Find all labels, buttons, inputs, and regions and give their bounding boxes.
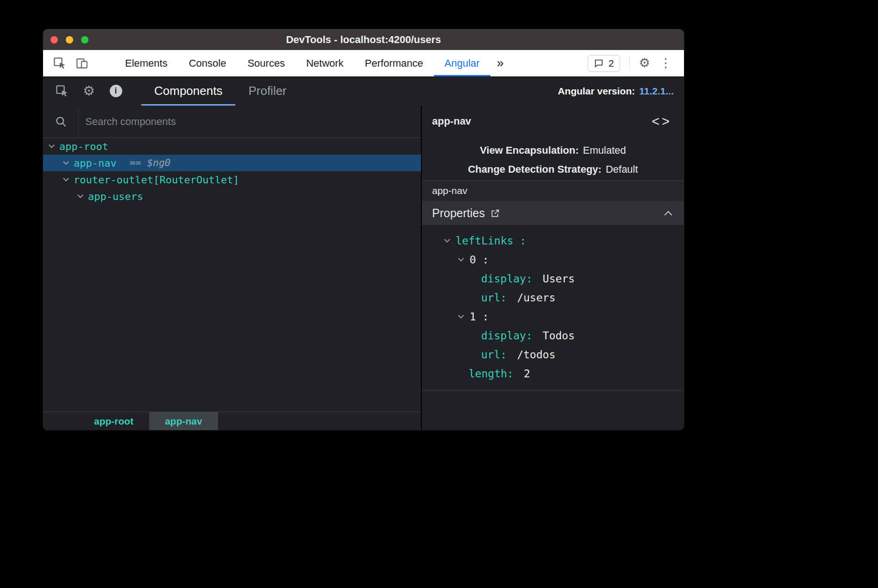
kebab-menu-icon[interactable]: ⋮ <box>659 57 672 69</box>
property-value: Users <box>543 273 575 285</box>
component-tree-panel: app-root app-nav == $ng0 router-outlet[R… <box>43 106 422 430</box>
breadcrumb-item-app-nav[interactable]: app-nav <box>149 412 218 430</box>
search-icon-cell <box>43 106 79 138</box>
info-icon: i <box>110 85 122 97</box>
traffic-lights <box>50 29 88 50</box>
view-encapsulation-line: View Encapsulation:Emulated <box>422 144 684 157</box>
property-value: 2 <box>524 368 530 380</box>
property-row-display-users[interactable]: display: Users <box>422 269 684 288</box>
issues-count: 2 <box>608 58 614 69</box>
change-detection-value: Default <box>606 163 638 175</box>
angular-info-button[interactable]: i <box>102 76 129 106</box>
chevron-down-icon[interactable] <box>444 237 450 243</box>
device-toolbar-button[interactable] <box>71 50 93 76</box>
property-row-leftLinks[interactable]: leftLinks : <box>422 231 684 250</box>
zoom-button[interactable] <box>81 36 88 44</box>
tree-row-router-outlet[interactable]: router-outlet[RouterOutlet] <box>43 171 421 188</box>
tab-console[interactable]: Console <box>178 50 237 76</box>
property-key: url: <box>481 349 507 361</box>
more-tabs-button[interactable]: » <box>490 50 510 76</box>
component-name: app-nav <box>74 157 117 169</box>
property-value: Todos <box>543 330 575 342</box>
tab-components[interactable]: Components <box>141 76 235 106</box>
property-key: 0 : <box>470 254 489 266</box>
tab-network[interactable]: Network <box>295 50 354 76</box>
angular-tabs: Components Profiler <box>141 76 300 106</box>
device-toolbar-icon <box>75 57 88 70</box>
tab-performance[interactable]: Performance <box>354 50 434 76</box>
screen-background: DevTools - localhost:4200/users Elements… <box>0 0 878 588</box>
property-value: /users <box>517 292 555 304</box>
chevron-down-icon[interactable] <box>77 192 83 198</box>
tree-row-app-users[interactable]: app-users <box>43 188 421 205</box>
view-source-icon[interactable]: <> <box>652 115 672 128</box>
breadcrumb-item-app-root[interactable]: app-root <box>78 412 149 430</box>
external-link-icon <box>490 208 500 218</box>
property-row-url-users[interactable]: url: /users <box>422 288 684 307</box>
chevron-down-icon[interactable] <box>63 175 69 181</box>
chevron-down-icon[interactable] <box>458 256 464 262</box>
view-encapsulation-value: Emulated <box>583 144 626 156</box>
property-row-1[interactable]: 1 : <box>422 307 684 326</box>
minimize-button[interactable] <box>66 36 73 44</box>
inspect-component-button[interactable] <box>49 76 75 106</box>
tab-angular[interactable]: Angular <box>434 50 490 76</box>
property-row-url-todos[interactable]: url: /todos <box>422 345 684 364</box>
speech-bubble-icon <box>594 58 604 69</box>
close-button[interactable] <box>50 36 58 44</box>
tree-row-app-nav[interactable]: app-nav == $ng0 <box>43 155 421 171</box>
tab-profiler[interactable]: Profiler <box>235 76 299 106</box>
tree-row-app-root[interactable]: app-root <box>43 138 421 155</box>
property-row-display-todos[interactable]: display: Todos <box>422 326 684 345</box>
view-encapsulation-label: View Encapsulation: <box>480 144 579 156</box>
properties-header[interactable]: Properties <box>422 201 684 225</box>
property-key: display: <box>481 330 533 342</box>
details-header: app-nav <> <box>422 106 684 137</box>
properties-title: Properties <box>432 206 485 220</box>
devtools-toolbar: Elements Console Sources Network Perform… <box>43 50 684 76</box>
issues-button[interactable]: 2 <box>588 55 620 72</box>
property-value: /todos <box>517 349 555 361</box>
content-area: app-root app-nav == $ng0 router-outlet[R… <box>43 106 684 430</box>
component-name: router-outlet[RouterOutlet] <box>74 174 239 186</box>
change-detection-label: Change Detection Strategy: <box>468 163 602 175</box>
chevron-down-icon[interactable] <box>63 159 69 165</box>
open-in-console-icon[interactable] <box>490 208 500 218</box>
inspect-component-icon <box>55 84 69 98</box>
property-key: 1 : <box>470 311 489 323</box>
component-meta: View Encapsulation:Emulated Change Detec… <box>422 137 684 181</box>
chevron-down-icon[interactable] <box>49 142 55 148</box>
tab-sources[interactable]: Sources <box>237 50 295 76</box>
devtools-tabs: Elements Console Sources Network Perform… <box>114 50 510 76</box>
toolbar-right-cluster: 2 ⚙ ⋮ <box>588 50 684 76</box>
component-tree: app-root app-nav == $ng0 router-outlet[R… <box>43 138 421 412</box>
angular-version-value[interactable]: 11.2.1... <box>639 86 674 97</box>
property-row-length[interactable]: length: 2 <box>422 364 684 383</box>
search-bar <box>43 106 421 138</box>
properties-tree: leftLinks : 0 : display: Users url: <box>422 225 684 391</box>
property-key: leftLinks : <box>456 235 526 247</box>
gear-icon: ⚙ <box>83 84 95 98</box>
inspect-element-button[interactable] <box>49 50 71 76</box>
property-key: display: <box>481 273 533 285</box>
angular-toolbar: ⚙ i Components Profiler Angular version:… <box>43 76 684 106</box>
titlebar[interactable]: DevTools - localhost:4200/users <box>43 29 684 50</box>
search-input[interactable] <box>79 106 421 138</box>
chevron-down-icon[interactable] <box>458 313 464 319</box>
angular-version: Angular version: 11.2.1... <box>558 76 684 106</box>
devtools-window: DevTools - localhost:4200/users Elements… <box>43 29 684 430</box>
property-key: url: <box>481 292 507 304</box>
component-name: app-users <box>88 191 143 202</box>
properties-component-name: app-nav <box>422 181 684 201</box>
toolbar-divider <box>629 56 630 70</box>
selected-component-name: app-nav <box>432 115 471 127</box>
component-details-panel: app-nav <> View Encapsulation:Emulated C… <box>422 106 684 430</box>
angular-settings-button[interactable]: ⚙ <box>75 76 102 106</box>
window-title: DevTools - localhost:4200/users <box>286 34 441 46</box>
settings-gear-icon[interactable]: ⚙ <box>639 57 650 69</box>
property-key: length: <box>469 368 514 380</box>
property-row-0[interactable]: 0 : <box>422 250 684 269</box>
collapse-panel-button[interactable] <box>665 209 671 218</box>
component-name: app-root <box>59 141 108 152</box>
tab-elements[interactable]: Elements <box>114 50 178 76</box>
